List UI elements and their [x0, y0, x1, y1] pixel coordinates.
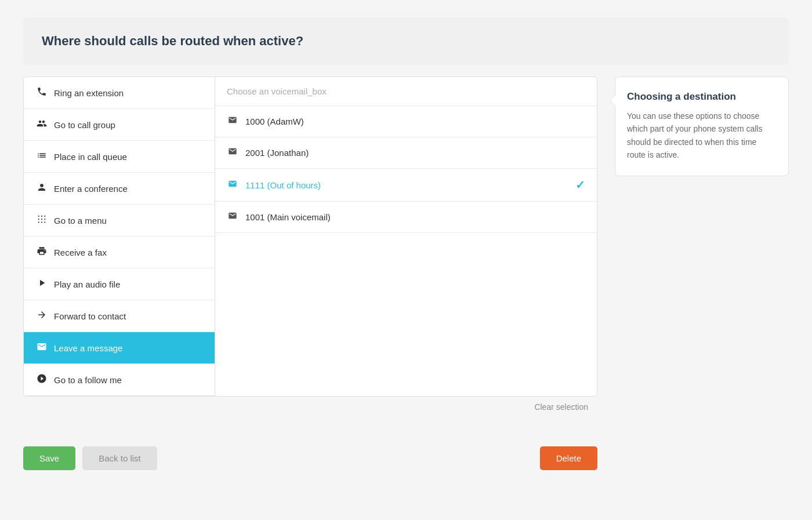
voicemail-label-2001: 2001 (Jonathan) [245, 148, 309, 158]
help-text: You can use these options to choose whic… [627, 110, 777, 162]
call-queue-icon [35, 150, 48, 163]
sidebar-item-menu[interactable]: Go to a menu [24, 205, 215, 237]
voicemail-item-1000[interactable]: 1000 (AdamW) [215, 106, 597, 137]
content-area: Choose an voicemail_box 1000 (AdamW) [215, 77, 597, 396]
footer-actions: Save Back to list Delete [23, 429, 597, 488]
voicemail-icon-1000 [227, 115, 238, 128]
voicemail-item-1001[interactable]: 1001 (Main voicemail) [215, 202, 597, 233]
svg-point-2 [44, 216, 45, 217]
audio-icon [35, 278, 48, 290]
sidebar-item-ring-extension[interactable]: Ring an extension [24, 77, 215, 109]
help-box: Choosing a destination You can use these… [615, 77, 789, 176]
back-to-list-button[interactable]: Back to list [82, 446, 157, 470]
sidebar-item-forward[interactable]: Forward to contact [24, 300, 215, 332]
forward-icon [35, 310, 48, 322]
sidebar-label-call-queue: Place in call queue [54, 152, 127, 162]
sidebar-label-forward: Forward to contact [54, 311, 126, 321]
clear-selection-button[interactable]: Clear selection [534, 402, 588, 412]
svg-point-1 [41, 216, 42, 217]
svg-point-7 [41, 221, 42, 223]
sidebar-item-audio[interactable]: Play an audio file [24, 268, 215, 300]
voicemail-item-left-1001: 1001 (Main voicemail) [227, 211, 331, 223]
voicemail-icon-2001 [227, 147, 238, 159]
svg-point-4 [41, 219, 42, 220]
voicemail-label-1111: 1111 (Out of hours) [245, 180, 321, 190]
voicemail-item-left-2001: 2001 (Jonathan) [227, 147, 309, 159]
check-icon-1111: ✓ [575, 178, 585, 192]
sidebar-menu: Ring an extension Go to call group [24, 77, 215, 396]
voicemail-icon-1111 [227, 179, 238, 191]
sidebar-item-follow-me[interactable]: Go to a follow me [24, 364, 215, 396]
sidebar-item-message[interactable]: Leave a message [24, 332, 215, 364]
voicemail-icon-1001 [227, 211, 238, 223]
svg-point-0 [38, 216, 39, 217]
sidebar-label-call-group: Go to call group [54, 120, 115, 130]
voicemail-item-left-1000: 1000 (AdamW) [227, 115, 304, 128]
delete-button[interactable]: Delete [540, 446, 597, 470]
voicemail-list: 1000 (AdamW) 2001 (Jonathan) [215, 106, 597, 233]
fax-icon [35, 246, 48, 259]
page-title: Where should calls be routed when active… [42, 34, 770, 49]
sidebar-label-fax: Receive a fax [54, 248, 107, 257]
routing-container: Ring an extension Go to call group [23, 77, 597, 397]
sidebar-item-fax[interactable]: Receive a fax [24, 237, 215, 268]
voicemail-item-2001[interactable]: 2001 (Jonathan) [215, 137, 597, 169]
sidebar-label-message: Leave a message [54, 343, 122, 353]
svg-point-6 [38, 221, 39, 223]
sidebar-label-ring-extension: Ring an extension [54, 88, 124, 98]
sidebar-label-menu: Go to a menu [54, 216, 107, 226]
page-title-box: Where should calls be routed when active… [23, 17, 789, 65]
voicemail-item-1111[interactable]: 1111 (Out of hours) ✓ [215, 169, 597, 202]
follow-me-icon [35, 373, 48, 386]
sidebar-item-call-group[interactable]: Go to call group [24, 109, 215, 141]
sidebar-label-conference: Enter a conference [54, 184, 128, 194]
phone-icon [35, 86, 48, 99]
help-title: Choosing a destination [627, 91, 777, 103]
menu-icon [35, 214, 48, 227]
svg-point-3 [38, 219, 39, 220]
svg-point-5 [44, 219, 45, 220]
save-button[interactable]: Save [23, 446, 75, 470]
left-panel: Ring an extension Go to call group [23, 77, 597, 488]
message-icon [35, 341, 48, 354]
voicemail-label-1000: 1000 (AdamW) [245, 117, 304, 126]
conference-icon [35, 182, 48, 195]
sidebar-label-follow-me: Go to a follow me [54, 375, 122, 385]
svg-point-8 [44, 221, 45, 223]
content-placeholder: Choose an voicemail_box [215, 77, 597, 106]
voicemail-item-left-1111: 1111 (Out of hours) [227, 179, 321, 191]
clear-selection-row: Clear selection [23, 397, 597, 417]
sidebar-item-call-queue[interactable]: Place in call queue [24, 141, 215, 173]
voicemail-label-1001: 1001 (Main voicemail) [245, 212, 331, 222]
sidebar-label-audio: Play an audio file [54, 279, 120, 289]
sidebar-item-conference[interactable]: Enter a conference [24, 173, 215, 205]
right-panel: Choosing a destination You can use these… [615, 77, 789, 176]
call-group-icon [35, 118, 48, 131]
footer-left: Save Back to list [23, 446, 157, 470]
